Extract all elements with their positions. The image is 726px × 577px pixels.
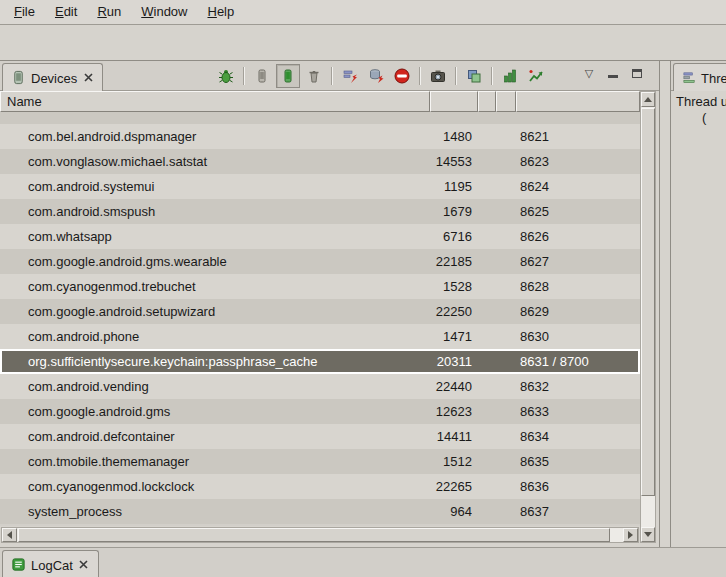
logcat-icon [11,557,26,572]
toolbar-separator [331,67,333,85]
process-name: com.android.vending [28,374,426,399]
process-pid: 22265 [428,474,472,499]
tab-logcat[interactable]: LogCat [2,550,99,577]
method-profiling-icon[interactable] [498,64,522,88]
table-header: Name [0,91,640,112]
table-row[interactable]: com.tmobile.thememanager 1512 8635 [0,449,640,474]
cause-gc-trash-icon[interactable] [302,64,326,88]
table-row[interactable]: com.android.vending 22440 8632 [0,374,640,399]
threads-panel: Threads Thread up( [670,61,726,547]
tab-threads[interactable]: Threads [673,63,726,91]
vertical-scrollbar[interactable] [640,91,656,543]
devices-toolbar [214,63,548,89]
process-port: 8623 [520,149,638,174]
threads-message-line: Thread up [676,94,726,110]
process-name: org.sufficientlysecure.keychain:passphra… [28,351,424,372]
table-row[interactable]: com.android.systemui 1195 8624 [0,174,640,199]
maximize-icon[interactable] [629,65,645,81]
process-pid: 1528 [428,274,472,299]
tab-logcat-label: LogCat [31,557,73,573]
table-row[interactable]: com.vonglasow.michael.satstat 14553 8623 [0,149,640,174]
process-port: 8626 [520,224,638,249]
tab-devices[interactable]: Devices [2,63,103,91]
screenshot-camera-icon[interactable] [426,64,450,88]
panel-controls: ▽ [581,65,645,81]
close-icon[interactable] [78,559,90,571]
close-icon[interactable] [82,72,94,84]
process-name: com.google.android.gms.wearable [28,249,426,274]
threads-message: Thread up( [676,94,726,126]
process-name: com.tmobile.thememanager [28,449,426,474]
view-hierarchy-icon[interactable] [462,64,486,88]
panel-sash[interactable] [660,61,670,547]
update-heap-active-icon[interactable] [276,64,300,88]
process-pid: 22440 [428,374,472,399]
process-port: 8627 [520,249,638,274]
partial-row [0,112,640,124]
process-table: com.bel.android.dspmanager 1480 8621 com… [0,112,640,526]
table-row[interactable]: com.google.android.setupwizard 22250 862… [0,299,640,324]
main-toolbar [0,25,726,61]
scroll-up-arrow[interactable] [641,92,655,107]
process-pid: 1195 [428,174,472,199]
horizontal-scroll-thumb[interactable] [18,528,610,542]
table-row[interactable]: com.android.defcontainer 14411 8634 [0,424,640,449]
column-header-pid[interactable] [430,91,478,112]
horizontal-scrollbar[interactable] [1,527,639,543]
process-port: 8637 [520,499,638,524]
devices-panel: Devices [0,61,660,547]
table-row[interactable]: com.android.phone 1471 8630 [0,324,640,349]
menu-item[interactable]: Edit [45,0,87,24]
menu-item[interactable]: Help [197,0,244,24]
menu-item[interactable]: File [4,0,45,24]
minimize-icon[interactable] [605,65,621,81]
profiling-chart-icon[interactable] [524,64,548,88]
process-pid: 12623 [428,399,472,424]
scroll-left-arrow[interactable] [2,528,17,542]
column-header-4[interactable] [496,91,516,112]
table-row[interactable]: com.cyanogenmod.trebuchet 1528 8628 [0,274,640,299]
process-name: com.google.android.gms [28,399,426,424]
process-port: 8635 [520,449,638,474]
threads-icon [682,70,697,85]
scroll-down-arrow[interactable] [641,527,655,542]
bottom-tab-bar: LogCat [0,547,726,577]
process-name: com.android.defcontainer [28,424,426,449]
update-threads-icon[interactable] [338,64,362,88]
stop-process-icon[interactable] [390,64,414,88]
process-name: com.android.smspush [28,199,426,224]
process-port: 8624 [520,174,638,199]
menu-item[interactable]: Window [131,0,197,24]
table-row[interactable]: com.bel.android.dspmanager 1480 8621 [0,124,640,149]
table-row[interactable]: com.cyanogenmod.lockclock 22265 8636 [0,474,640,499]
tab-devices-label: Devices [31,70,77,86]
process-pid: 6716 [428,224,472,249]
process-pid: 14411 [428,424,472,449]
process-port: 8633 [520,399,638,424]
table-row[interactable]: org.sufficientlysecure.keychain:passphra… [0,349,640,374]
scroll-right-arrow[interactable] [623,528,638,542]
table-row[interactable]: com.google.android.gms.wearable 22185 86… [0,249,640,274]
table-row[interactable]: com.google.android.gms 12623 8633 [0,399,640,424]
column-header-port[interactable] [516,91,640,112]
process-pid: 1679 [428,199,472,224]
update-heap-icon[interactable] [250,64,274,88]
process-pid: 22185 [428,249,472,274]
process-pid: 1512 [428,449,472,474]
view-menu-icon[interactable]: ▽ [581,65,597,81]
process-port: 8630 [520,324,638,349]
process-port: 8634 [520,424,638,449]
table-row[interactable]: com.android.smspush 1679 8625 [0,199,640,224]
vertical-scroll-thumb[interactable] [641,108,655,496]
process-port: 8629 [520,299,638,324]
table-row[interactable]: com.whatsapp 6716 8626 [0,224,640,249]
process-name: com.google.android.setupwizard [28,299,426,324]
dump-hprof-icon[interactable] [364,64,388,88]
column-header-3[interactable] [478,91,496,112]
debug-bug-icon[interactable] [214,64,238,88]
menu-item[interactable]: Run [87,0,131,24]
menu-bar: File Edit Run Window Help [0,0,726,25]
threads-tab-bar: Threads [671,61,726,91]
column-header-name[interactable]: Name [0,91,430,112]
table-row[interactable]: system_process 964 8637 [0,499,640,524]
